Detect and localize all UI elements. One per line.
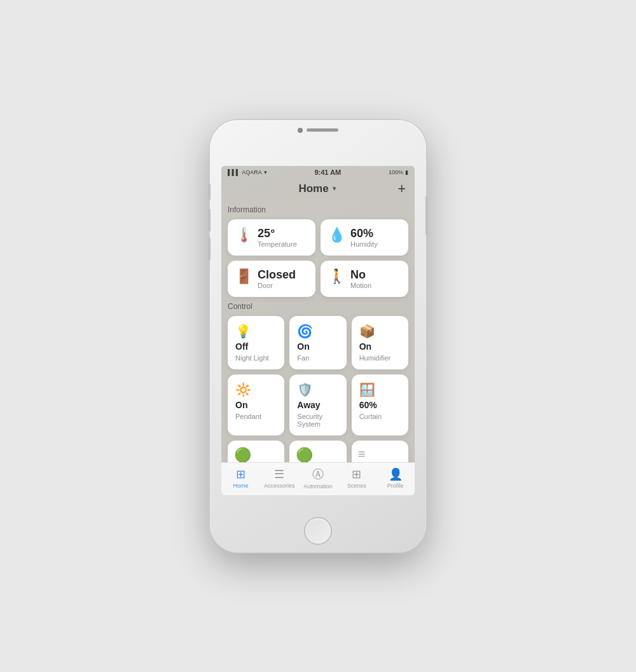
humidity-label: Humidity bbox=[350, 240, 378, 248]
profile-tab-label: Profile bbox=[387, 483, 404, 489]
camera-area bbox=[298, 128, 338, 133]
mute-button bbox=[208, 184, 211, 200]
bottom-tab-bar: ⊞ Home ☰ Accessories Ⓐ Automation ⊞ Scen… bbox=[221, 462, 415, 495]
pendant-value: On bbox=[235, 400, 277, 410]
signal-icon: ▌▌▌ bbox=[228, 169, 240, 175]
bulb-icon: 💡 bbox=[235, 324, 277, 339]
phone-body: ▌▌▌ AQARA ▾ 9:41 AM 100% ▮ Home ▼ + bbox=[210, 120, 426, 552]
add-button[interactable]: + bbox=[398, 181, 406, 197]
motion-value: No bbox=[350, 268, 371, 282]
humidity-card[interactable]: 💧 60% Humidity bbox=[321, 219, 408, 256]
automation-tab-icon: Ⓐ bbox=[312, 467, 324, 482]
tab-automation[interactable]: Ⓐ Automation bbox=[299, 467, 338, 490]
status-bar: ▌▌▌ AQARA ▾ 9:41 AM 100% ▮ bbox=[221, 166, 415, 179]
fan-value: On bbox=[297, 341, 338, 352]
night-light-value: Off bbox=[235, 341, 277, 352]
water-icon: 💧 bbox=[328, 227, 345, 243]
door-label: Door bbox=[258, 282, 296, 289]
fan-card[interactable]: 🌀 On Fan bbox=[289, 316, 346, 369]
info-cards-row1: 🌡️ 25° Temperature 💧 60% Hu bbox=[228, 219, 408, 256]
control-cards-row2: 🔆 On Pendant 🛡️ Away Security System 🪟 6… bbox=[228, 374, 408, 435]
door-icon: 🚪 bbox=[235, 268, 252, 285]
pendant-icon: 🔆 bbox=[235, 382, 277, 397]
home-tab-label: Home bbox=[233, 483, 248, 489]
power-button bbox=[425, 196, 428, 235]
speaker-bar bbox=[307, 128, 338, 132]
lines-icon: ≡ bbox=[358, 447, 366, 462]
scenes-tab-icon: ⊞ bbox=[352, 467, 361, 481]
motion-label: Motion bbox=[350, 282, 371, 289]
temperature-card[interactable]: 🌡️ 25° Temperature bbox=[228, 219, 315, 256]
temperature-value: 25° bbox=[258, 227, 297, 240]
information-section-label: Information bbox=[228, 205, 408, 214]
accessories-tab-label: Accessories bbox=[264, 483, 295, 489]
tab-accessories[interactable]: ☰ Accessories bbox=[260, 467, 299, 489]
curtain-label: Curtain bbox=[359, 413, 401, 420]
humidifier-icon: 📦 bbox=[359, 324, 401, 339]
thermometer-icon: 🌡️ bbox=[235, 227, 252, 243]
status-right: 100% ▮ bbox=[389, 169, 408, 175]
nav-header: Home ▼ + bbox=[221, 179, 415, 199]
night-light-label: Night Light bbox=[235, 354, 277, 362]
profile-tab-icon: 👤 bbox=[389, 467, 403, 481]
control-cards-row1: 💡 Off Night Light 🌀 On Fan 📦 On Humidifi… bbox=[228, 316, 408, 369]
temperature-label: Temperature bbox=[258, 240, 297, 248]
night-light-card[interactable]: 💡 Off Night Light bbox=[228, 316, 284, 369]
phone-screen: ▌▌▌ AQARA ▾ 9:41 AM 100% ▮ Home ▼ + bbox=[221, 166, 415, 495]
curtain-value: 60% bbox=[359, 400, 401, 410]
scroll-content[interactable]: Information 🌡️ 25° Temperature bbox=[221, 199, 415, 468]
motion-icon: 🚶 bbox=[328, 268, 345, 285]
curtain-icon: 🪟 bbox=[359, 382, 401, 397]
battery-icon: ▮ bbox=[405, 169, 408, 175]
humidifier-card[interactable]: 📦 On Humidifier bbox=[352, 316, 408, 369]
home-title: Home bbox=[298, 182, 328, 195]
automation-tab-label: Automation bbox=[303, 483, 333, 490]
volume-down-button bbox=[208, 238, 211, 260]
phone-device: ▌▌▌ AQARA ▾ 9:41 AM 100% ▮ Home ▼ + bbox=[210, 120, 426, 552]
humidity-value: 60% bbox=[350, 227, 378, 240]
status-left: ▌▌▌ AQARA ▾ bbox=[228, 169, 267, 175]
nav-title: Home ▼ bbox=[298, 182, 337, 195]
chevron-down-icon[interactable]: ▼ bbox=[331, 185, 338, 192]
security-card[interactable]: 🛡️ Away Security System bbox=[289, 374, 346, 435]
tab-profile[interactable]: 👤 Profile bbox=[376, 467, 415, 489]
fan-label: Fan bbox=[297, 354, 338, 362]
control-section-label: Control bbox=[228, 302, 408, 311]
circle-icon-1: 🟢 bbox=[234, 447, 251, 463]
volume-up-button bbox=[208, 209, 211, 231]
pendant-card[interactable]: 🔆 On Pendant bbox=[228, 374, 284, 435]
wifi-icon: ▾ bbox=[264, 169, 267, 175]
circle-icon-2: 🟢 bbox=[296, 447, 313, 463]
tab-scenes[interactable]: ⊞ Scenes bbox=[337, 467, 376, 489]
motion-card[interactable]: 🚶 No Motion bbox=[321, 261, 408, 297]
pendant-label: Pendant bbox=[235, 413, 277, 420]
fan-icon: 🌀 bbox=[297, 324, 338, 339]
humidifier-value: On bbox=[359, 341, 401, 352]
curtain-card[interactable]: 🪟 60% Curtain bbox=[352, 374, 408, 435]
shield-icon: 🛡️ bbox=[297, 382, 338, 397]
tab-home[interactable]: ⊞ Home bbox=[221, 467, 260, 489]
door-card[interactable]: 🚪 Closed Door bbox=[228, 261, 315, 297]
info-cards-row2: 🚪 Closed Door 🚶 No Motion bbox=[228, 261, 408, 297]
home-tab-icon: ⊞ bbox=[236, 467, 245, 481]
scenes-tab-label: Scenes bbox=[347, 483, 366, 489]
status-time: 9:41 AM bbox=[314, 168, 341, 176]
humidifier-label: Humidifier bbox=[359, 354, 401, 362]
security-value: Away bbox=[297, 400, 338, 410]
carrier-label: AQARA bbox=[242, 169, 262, 175]
accessories-tab-icon: ☰ bbox=[274, 467, 284, 481]
security-label: Security System bbox=[297, 413, 338, 428]
battery-label: 100% bbox=[389, 169, 403, 175]
camera-dot bbox=[298, 128, 303, 133]
door-value: Closed bbox=[258, 268, 296, 282]
home-button[interactable] bbox=[305, 518, 331, 544]
